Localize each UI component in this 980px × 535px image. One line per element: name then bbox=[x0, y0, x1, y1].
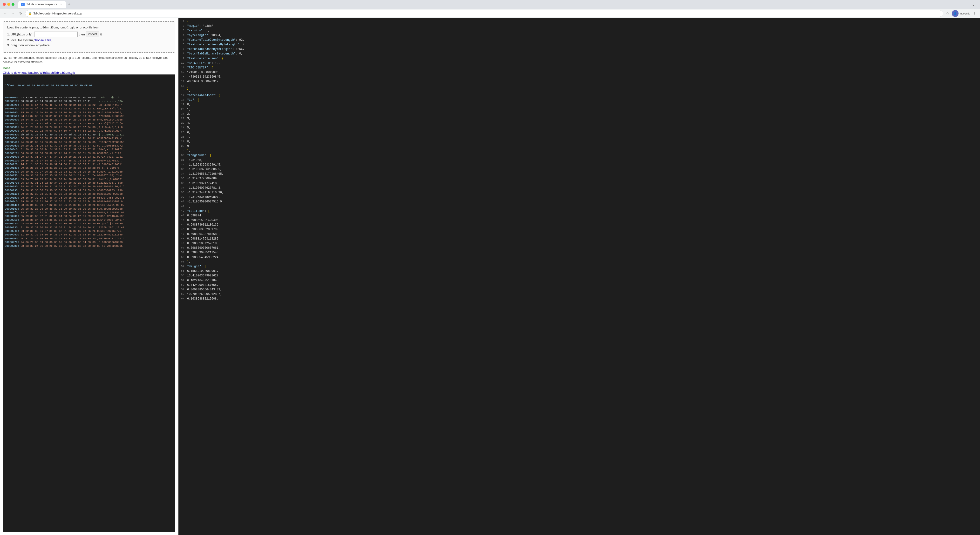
address-bar[interactable]: 🔒 3d-tile-content-inspector.vercel.app bbox=[25, 10, 943, 17]
json-line: 56 13.410263679921627, bbox=[178, 273, 980, 278]
hex-row: 000001b0: 38 36 34 33 38 37 38 34 35 35 … bbox=[5, 196, 173, 200]
hex-row: 00000270: 2c 36 2e 38 39 38 38 38 35 36 … bbox=[5, 241, 173, 244]
hex-row: 00000150: 39 30 36 30 33 37 35 31 36 39 … bbox=[5, 174, 173, 177]
hex-row: 00000260: 2c 37 34 32 34 39 39 39 31 32 … bbox=[5, 237, 173, 241]
json-line: 22 3, bbox=[178, 116, 980, 121]
nav-right: ☆ 👤 Incognito ⋮ bbox=[944, 10, 978, 17]
download-link[interactable]: Click to download batchedWithBatchTable.… bbox=[3, 71, 175, 75]
hex-row: 00000100: 39 33 37 31 37 37 37 34 31 38 … bbox=[5, 155, 173, 159]
json-line: 7 "batchTableJsonByteLength": 1256, bbox=[178, 47, 980, 52]
forward-button[interactable]: → bbox=[10, 10, 16, 17]
hex-row: 000000c0: 2e 33 31 39 36 36 33 37 36 36 … bbox=[5, 140, 173, 144]
maximize-button[interactable] bbox=[11, 3, 14, 6]
json-line: 47 0.6988864387845588, bbox=[178, 232, 980, 237]
url-option-label: 1. URL(https only): bbox=[7, 33, 33, 36]
tab-label: 3d tile content inspector bbox=[27, 3, 57, 6]
tab-expand-button[interactable]: ⌄ bbox=[970, 2, 977, 7]
json-line: 33 -1.3196637662080655, bbox=[178, 167, 980, 172]
close-button[interactable] bbox=[3, 3, 6, 6]
json-line: 17 "batchTableJson": { bbox=[178, 93, 980, 98]
json-line: 49 0.6988618972526105, bbox=[178, 241, 980, 246]
json-line: 50 0.6988590050687061, bbox=[178, 246, 980, 251]
json-line: 32 -1.3196832683949145, bbox=[178, 163, 980, 167]
hex-rows-container: 00000000: 62 33 64 6d 01 00 00 00 40 28 … bbox=[5, 96, 173, 248]
json-line: 39 -1.319683648959897, bbox=[178, 195, 980, 200]
url-input[interactable] bbox=[34, 32, 78, 37]
hex-row: 00000090: 2c 39 5d 2c 22 4c 6f 6e 67 69 … bbox=[5, 129, 173, 133]
json-line: 46 0.6988863062831799, bbox=[178, 227, 980, 232]
choose-file-link[interactable]: choose a file bbox=[34, 38, 51, 42]
active-tab[interactable]: 3d 3d tile content inspector ✕ bbox=[18, 1, 66, 8]
reload-button[interactable]: ↻ bbox=[18, 10, 24, 17]
browser-window: 3d 3d tile content inspector ✕ + ⌄ ← → ↻… bbox=[0, 0, 980, 535]
hex-row: 00000070: 32 33 33 31 37 7d 22 69 64 22 … bbox=[5, 122, 173, 125]
hex-row: 000000e0: 31 30 38 34 36 2c 2d 31 2e 33 … bbox=[5, 148, 173, 151]
json-line: 31 -1.31968, bbox=[178, 158, 980, 163]
hex-row: 000001c0: 39 38 38 38 31 34 37 38 36 31 … bbox=[5, 200, 173, 203]
file-load-option: 2. local file system, choose a file , bbox=[7, 38, 171, 42]
hex-row: 00000240: 30 32 36 33 36 37 39 39 32 31 … bbox=[5, 229, 173, 233]
json-line: 48 0.6988814763113282, bbox=[178, 237, 980, 241]
json-line: 15 ] bbox=[178, 84, 980, 89]
hex-viewer[interactable]: Offset: 00 01 02 03 04 05 06 07 08 09 0A… bbox=[3, 75, 175, 532]
hex-row: 00000030: 52 54 43 5f 43 45 4e 54 45 52 … bbox=[5, 107, 173, 111]
hex-row: 00000230: 31 39 32 32 30 38 32 39 30 31 … bbox=[5, 226, 173, 229]
json-line: 43 0.698874 bbox=[178, 214, 980, 218]
profile-button[interactable]: 👤 bbox=[952, 10, 959, 17]
upload-title: Load tile content(.pnts, .b3dm, .i3dm, .… bbox=[7, 25, 171, 29]
json-line: 30 "Longitude": [ bbox=[178, 153, 980, 158]
json-line: 23 4, bbox=[178, 121, 980, 125]
drag-option-label: 3. drag it on window anywhere. bbox=[7, 43, 50, 47]
url-after-label: it bbox=[100, 33, 102, 36]
json-line: 28 9 bbox=[178, 144, 980, 149]
json-line: 51 0.6988590035212543, bbox=[178, 251, 980, 255]
note-text: NOTE: For performance, feature table can… bbox=[3, 56, 175, 64]
hex-row: 00000190: 39 38 38 38 36 33 30 36 32 38 … bbox=[5, 189, 173, 192]
json-line: 55 6.155801922082901, bbox=[178, 269, 980, 273]
json-line: 11 "RTC_CENTER": [ bbox=[178, 65, 980, 70]
hex-row: 000000a0: 5b 2d 31 2e 33 31 39 36 38 2c … bbox=[5, 133, 173, 137]
json-line: 36 -1.31969371777418, bbox=[178, 181, 980, 186]
json-line: 3 "version": 1, bbox=[178, 29, 980, 33]
url-text: 3d-tile-content-inspector.vercel.app bbox=[33, 11, 82, 15]
hex-row: 00000160: 69 74 75 64 65 22 3a 5b 30 2e … bbox=[5, 178, 173, 181]
inspect-button[interactable]: inspect bbox=[86, 32, 99, 37]
json-line: 25 6, bbox=[178, 130, 980, 135]
json-line: 27 8, bbox=[178, 140, 980, 144]
hex-row: 000000d0: 35 2c 2d 31 2e 33 31 39 36 36 … bbox=[5, 144, 173, 148]
done-status: Done bbox=[3, 66, 175, 70]
json-viewer[interactable]: 1{2 "magic": "b3dm",3 "version": 1,4 "by… bbox=[178, 18, 980, 535]
tab-bar: 3d 3d tile content inspector ✕ + bbox=[18, 1, 968, 8]
json-line: 29 ], bbox=[178, 149, 980, 153]
menu-button[interactable]: ⋮ bbox=[971, 10, 978, 17]
hex-row: 00000220: 48 65 69 67 68 74 22 3a 5b 36 … bbox=[5, 222, 173, 225]
hex-row: 00000250: 31 30 32 32 34 36 34 38 37 35 … bbox=[5, 233, 173, 237]
json-line: 53 ], bbox=[178, 260, 980, 264]
lock-icon: 🔒 bbox=[28, 12, 32, 15]
url-load-option: 1. URL(https only): then inspect it bbox=[7, 32, 171, 37]
json-line: 41 ], bbox=[178, 204, 980, 209]
json-line: 10 "BATCH_LENGTH": 10, bbox=[178, 61, 980, 65]
back-button[interactable]: ← bbox=[2, 10, 9, 17]
json-line: 35 -1.319697266890895, bbox=[178, 176, 980, 181]
json-line: 21 2, bbox=[178, 112, 980, 116]
json-line: 1{ bbox=[178, 19, 980, 24]
hex-row: 00000140: 35 39 38 39 37 2c 2d 31 2e 33 … bbox=[5, 170, 173, 174]
json-line: 19 0, bbox=[178, 102, 980, 107]
json-line: 34 -1.31966563172108465, bbox=[178, 172, 980, 176]
json-line: 57 6.1022464875131845, bbox=[178, 278, 980, 283]
new-tab-button[interactable]: + bbox=[66, 1, 73, 8]
nav-bar: ← → ↻ 🔒 3d-tile-content-inspector.vercel… bbox=[0, 9, 980, 18]
incognito-text: Incognito bbox=[959, 12, 970, 15]
left-panel: Load tile content(.pnts, .b3dm, .i3dm, .… bbox=[0, 18, 178, 535]
url-then-label: then bbox=[79, 33, 84, 36]
minimize-button[interactable] bbox=[7, 3, 10, 6]
hex-row: 000001e0: 35 2c 30 2e 36 39 38 38 35 39 … bbox=[5, 207, 173, 211]
tab-close-button[interactable]: ✕ bbox=[59, 2, 63, 6]
bookmark-button[interactable]: ☆ bbox=[944, 10, 951, 17]
hex-row: 00000000: 62 33 64 6d 01 00 00 00 40 28 … bbox=[5, 96, 173, 100]
json-line: 45 0.6988736012180136, bbox=[178, 223, 980, 227]
json-line: 61 6.163868882212608, bbox=[178, 297, 980, 301]
file-after-label: , bbox=[51, 38, 52, 42]
upload-box: Load tile content(.pnts, .b3dm, .i3dm, .… bbox=[3, 21, 175, 53]
